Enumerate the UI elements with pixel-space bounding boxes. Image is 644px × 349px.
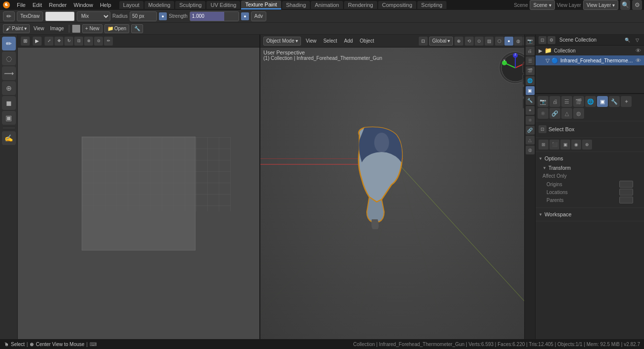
adv-btn[interactable]: Adv (251, 11, 266, 21)
object-icon[interactable]: ▣ (597, 96, 608, 107)
viewport-add-menu[interactable]: Add (342, 37, 355, 45)
modifier-icon[interactable]: 🔧 (609, 96, 620, 107)
new-image-btn[interactable]: + New (82, 24, 102, 33)
view-menu[interactable]: View (32, 25, 47, 32)
scene-props-icon[interactable]: 🎬 (526, 66, 535, 75)
scene-icon[interactable]: 🎬 (573, 96, 584, 107)
tab-animation[interactable]: Animation (311, 1, 343, 9)
menu-window[interactable]: Window (71, 1, 96, 9)
outliner-filter2-icon[interactable]: ▽ (633, 36, 641, 44)
uv-zoom-in[interactable]: ⤢ (45, 37, 53, 46)
object-mode-btn[interactable]: Object Mode ▾ (263, 37, 301, 46)
strength-value[interactable]: 1.000 (190, 11, 239, 21)
particles-props-icon[interactable]: ✦ (526, 106, 535, 115)
outliner-search-icon[interactable]: 🔍 (623, 36, 631, 44)
mask-tool[interactable]: ▣ (2, 111, 16, 125)
image-menu[interactable]: Image (48, 25, 66, 32)
annotate-tool[interactable]: ✍ (2, 131, 16, 145)
tab-compositing[interactable]: Compositing (378, 1, 416, 9)
tab-sculpting[interactable]: Sculpting (175, 1, 205, 9)
transform-global-btn[interactable]: Global ▾ (429, 37, 453, 46)
sub-icon-2[interactable]: ⬛ (549, 140, 559, 150)
open-image-btn[interactable]: 📁 Open (104, 24, 129, 33)
strength-toggle[interactable]: ● (241, 12, 249, 20)
view-layer-icon[interactable]: ☰ (561, 96, 572, 107)
radius-toggle[interactable]: ● (159, 12, 167, 20)
uv-pan[interactable]: ✥ (54, 37, 63, 46)
sub-icon-5[interactable]: ⊕ (582, 140, 592, 150)
particles-icon[interactable]: ✦ (621, 96, 632, 107)
sub-icon-4[interactable]: ◉ (571, 140, 581, 150)
sub-icon-1[interactable]: ⊞ (539, 140, 548, 150)
output-icon[interactable]: 🖨 (549, 96, 560, 107)
radius-value[interactable]: 50 px (130, 11, 157, 21)
outliner-item-scene-collection[interactable]: ▶ 📁 Collection 👁 (536, 46, 644, 55)
tab-layout[interactable]: Layout (119, 1, 144, 9)
brush-tool[interactable]: ✏ (2, 37, 16, 50)
overlay-icon[interactable]: ⊙ (475, 37, 484, 46)
render-props-icon[interactable]: 📷 (526, 37, 535, 46)
color-input[interactable] (45, 11, 75, 21)
transform-header[interactable]: Transform (543, 164, 637, 172)
viewport-snap-btn[interactable]: ⊡ (419, 37, 428, 46)
material-icon[interactable]: ◍ (514, 37, 523, 46)
physics-icon[interactable]: ⚛ (538, 108, 548, 119)
tab-modeling[interactable]: Modeling (145, 1, 175, 9)
wireframe-icon[interactable]: ⬡ (495, 37, 504, 46)
tab-uv-editing[interactable]: UV Editing (206, 1, 240, 9)
uv-orbit[interactable]: ↻ (64, 37, 73, 46)
tab-rendering[interactable]: Rendering (344, 1, 377, 9)
tab-texture-paint[interactable]: Texture Paint (241, 0, 281, 9)
output-props-icon[interactable]: 🖨 (526, 47, 535, 55)
viewport-object-menu[interactable]: Object (358, 37, 376, 45)
view-layer-selector[interactable]: View Layer ▾ (583, 0, 618, 10)
blend-mode-select[interactable]: Mix Add Subtract (77, 11, 110, 21)
menu-edit[interactable]: Edit (30, 1, 45, 9)
uv-zoom-fit[interactable]: ⊡ (74, 37, 83, 46)
uv-draw[interactable]: ✏ (104, 37, 113, 46)
locations-toggle[interactable] (619, 189, 633, 196)
origins-toggle[interactable] (619, 181, 633, 188)
fill-tool[interactable]: ◼ (2, 96, 16, 110)
menu-render[interactable]: Render (46, 1, 70, 9)
viewport-view-menu[interactable]: View (304, 37, 319, 45)
workspace-header[interactable]: Workspace (539, 210, 641, 219)
search-icon[interactable]: 🔍 (620, 0, 630, 10)
uv-play-icon[interactable]: ▶ (33, 37, 42, 46)
world-props-icon[interactable]: 🌐 (526, 76, 535, 85)
uv-overlay[interactable]: ⊙ (94, 37, 103, 46)
eye-icon[interactable]: 👁 (636, 48, 641, 53)
gizmo-icon[interactable]: ⟲ (465, 37, 474, 46)
soften-tool[interactable]: ◌ (2, 51, 16, 65)
parents-toggle[interactable] (619, 197, 633, 203)
misc-btn[interactable]: 🔧 (131, 24, 143, 33)
xray-icon[interactable]: ▨ (485, 37, 494, 46)
constraints-props-icon[interactable]: 🔗 (526, 126, 535, 135)
data-props-icon[interactable]: △ (526, 136, 535, 145)
data-icon[interactable]: △ (561, 108, 572, 119)
menu-file[interactable]: File (14, 1, 29, 9)
uv-camera[interactable]: ⊛ (84, 37, 93, 46)
render-icon[interactable]: 📷 (538, 96, 548, 107)
sub-icon-3[interactable]: ▣ (560, 140, 570, 150)
filter-icon[interactable]: ⚙ (632, 0, 642, 10)
item-eye-icon[interactable]: 👁 (636, 57, 641, 63)
solid-icon[interactable]: ● (504, 37, 513, 46)
object-props-icon[interactable]: ▣ (526, 86, 535, 95)
tool-mode-btn[interactable]: ✏ (3, 11, 15, 21)
scene-selector[interactable]: Scene ▾ (530, 0, 554, 10)
modifier-props-icon[interactable]: 🔧 (526, 96, 535, 105)
outliner-item-thermometer[interactable]: ▽ 🔵 Infrared_Forehead_Thermometer_Gun 👁 (536, 55, 644, 65)
physics-props-icon[interactable]: ⚛ (526, 116, 535, 125)
world-icon[interactable]: 🌐 (585, 96, 596, 107)
menu-help[interactable]: Help (97, 1, 114, 9)
smear-tool[interactable]: ⟿ (2, 66, 16, 80)
pivot-btn[interactable]: ⊕ (454, 37, 463, 46)
material-props-icon[interactable]: ◍ (526, 146, 535, 154)
outliner-settings-icon[interactable]: ⚙ (547, 36, 555, 44)
brush-name-btn[interactable]: TexDraw (17, 11, 43, 21)
viewport-select-menu[interactable]: Select (321, 37, 339, 45)
options-header[interactable]: Options (539, 154, 641, 163)
material-icon[interactable]: ◍ (573, 108, 584, 119)
outliner-filter-icon[interactable]: ⊡ (539, 36, 546, 44)
